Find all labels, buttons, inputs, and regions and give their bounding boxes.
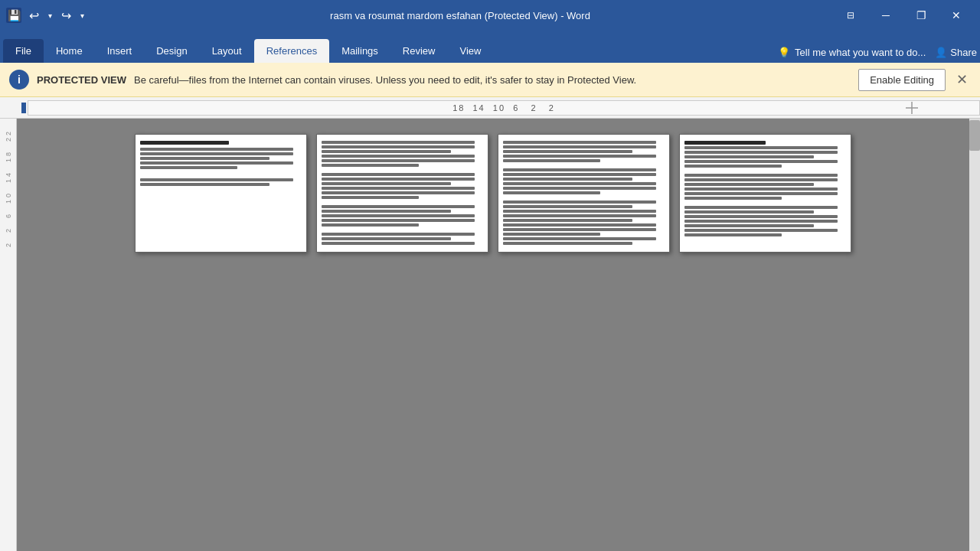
title-bar: 💾 ↩ ▾ ↪ ▾ rasm va rosumat mardom esfahan… — [0, 0, 980, 31]
ruler-area: 18 14 10 6 2 2 — [0, 97, 980, 119]
spacer — [503, 196, 665, 199]
close-button[interactable]: ✕ — [939, 4, 974, 27]
spacer — [140, 171, 302, 177]
tell-me-button[interactable]: 💡 Tell me what you want to do... — [778, 47, 926, 58]
text-line — [684, 210, 814, 214]
text-line — [684, 187, 838, 191]
ribbon-tabs: File Home Insert Design Layout Reference… — [0, 31, 980, 63]
main-area: 2 2 6 10 14 18 22 — [0, 119, 980, 551]
text-line — [140, 148, 293, 151]
redo-button[interactable]: ↪ — [58, 7, 74, 24]
page-2-content — [322, 141, 483, 246]
spacer — [503, 164, 665, 167]
spacer — [322, 201, 483, 204]
left-ruler: 2 2 6 10 14 18 22 — [0, 119, 17, 551]
text-line — [503, 237, 656, 240]
ribbon-collapse-button[interactable]: ⊟ — [833, 4, 868, 27]
spacer — [684, 201, 846, 204]
close-protected-bar-button[interactable]: ✕ — [953, 71, 971, 88]
text-line — [322, 145, 475, 148]
text-line — [322, 155, 475, 158]
text-line — [503, 210, 656, 213]
text-line — [684, 206, 838, 209]
tab-insert[interactable]: Insert — [95, 39, 145, 63]
text-line — [503, 242, 632, 245]
spacer — [322, 228, 483, 231]
left-ruler-numbers: 2 2 6 10 14 18 22 — [5, 129, 12, 247]
text-line — [503, 187, 656, 190]
text-line — [322, 233, 475, 236]
text-line — [503, 182, 656, 185]
text-line — [503, 205, 632, 208]
text-line — [503, 228, 656, 231]
ruler-marker — [21, 103, 26, 113]
spacer — [684, 169, 846, 172]
page-1-content — [140, 141, 302, 246]
text-line — [503, 155, 656, 158]
text-line — [322, 141, 475, 144]
close-protected-icon: ✕ — [956, 72, 968, 87]
text-line — [322, 187, 475, 190]
text-line — [684, 233, 782, 236]
tab-layout[interactable]: Layout — [200, 39, 254, 63]
text-line — [684, 151, 838, 154]
page-4 — [679, 134, 851, 253]
text-line — [140, 183, 270, 186]
horizontal-ruler: 18 14 10 6 2 2 — [28, 100, 980, 116]
tab-design[interactable]: Design — [144, 39, 199, 63]
text-line — [503, 223, 656, 227]
pages-row — [135, 134, 851, 253]
text-line — [322, 164, 419, 167]
undo-dropdown[interactable]: ▾ — [45, 10, 55, 21]
text-line — [322, 150, 451, 153]
tab-mailings[interactable]: Mailings — [329, 39, 390, 63]
text-line — [684, 165, 782, 168]
window-controls: ⊟ ─ ❐ ✕ — [833, 4, 974, 27]
text-line — [322, 205, 475, 208]
text-line — [503, 150, 632, 153]
share-button[interactable]: 👤 Share — [935, 47, 977, 58]
text-line — [503, 201, 656, 204]
text-line — [322, 182, 451, 185]
text-line — [684, 183, 814, 186]
document-canvas[interactable] — [17, 119, 969, 551]
text-line — [684, 192, 838, 195]
tab-review[interactable]: Review — [390, 39, 448, 63]
text-line — [684, 220, 838, 223]
undo-button[interactable]: ↩ — [26, 7, 42, 24]
text-line — [684, 215, 838, 218]
text-line — [322, 242, 475, 245]
restore-button[interactable]: ❐ — [903, 4, 939, 27]
text-line — [322, 219, 475, 222]
page-blank — [140, 187, 302, 246]
ruler-cross — [906, 102, 918, 114]
text-line — [684, 197, 782, 200]
enable-editing-button[interactable]: Enable Editing — [858, 69, 946, 91]
tell-me-text: Tell me what you want to do... — [795, 47, 926, 58]
text-line — [140, 141, 229, 145]
text-line — [503, 145, 656, 148]
share-label: Share — [950, 47, 977, 58]
text-line — [503, 219, 632, 222]
text-line — [322, 178, 475, 181]
scrollbar-thumb[interactable] — [969, 120, 980, 151]
text-line — [140, 161, 293, 165]
protected-view-bar: i PROTECTED VIEW Be careful—files from t… — [0, 63, 980, 97]
tab-file[interactable]: File — [3, 39, 44, 63]
text-line — [684, 229, 838, 232]
tab-view[interactable]: View — [447, 39, 493, 63]
page-3 — [498, 134, 670, 253]
save-icon: 💾 — [8, 9, 21, 21]
text-line — [322, 210, 451, 213]
page-1 — [135, 134, 307, 253]
text-line — [684, 174, 838, 177]
tab-references[interactable]: References — [254, 39, 329, 63]
text-line — [322, 191, 475, 194]
save-button[interactable]: 💾 — [6, 8, 21, 23]
minimize-button[interactable]: ─ — [868, 4, 903, 27]
quick-access-dropdown[interactable]: ▾ — [77, 10, 87, 21]
vertical-scrollbar[interactable] — [969, 119, 980, 551]
text-line — [684, 160, 838, 163]
text-line — [684, 224, 814, 227]
tab-home[interactable]: Home — [44, 39, 95, 63]
